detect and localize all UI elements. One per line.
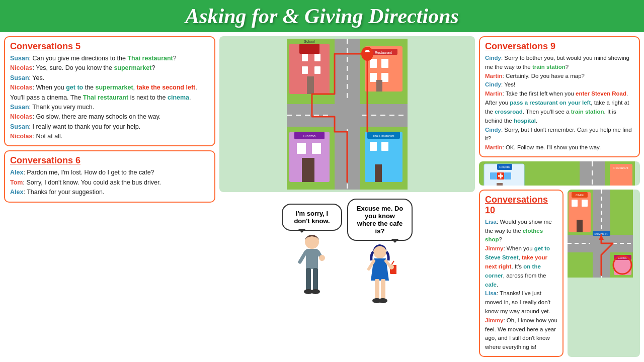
map-svg-right-top: Steven St. Hospital Restaurant Train Sta… (479, 161, 635, 186)
svg-text:School: School (304, 40, 315, 43)
svg-rect-11 (302, 66, 308, 74)
h-clothes-shop: clothes shop (485, 228, 543, 243)
svg-rect-13 (307, 76, 314, 94)
speaker-martin: Martin (485, 73, 503, 79)
conversations-10-box: Conversations 10 Lisa: Would you show me… (479, 190, 564, 357)
conv9-title: Conversations 9 (485, 41, 634, 52)
svg-rect-27 (312, 143, 321, 154)
svg-point-55 (378, 298, 387, 303)
svg-rect-21 (381, 73, 388, 82)
speaker-martin2: Martin (485, 90, 503, 97)
right-column: Conversations 9 Cindy: Sorry to bother y… (479, 36, 640, 357)
svg-text:Cinema: Cinema (303, 134, 315, 138)
svg-rect-99 (577, 220, 583, 232)
conv5-text: Susan: Can you give me directions to the… (10, 54, 209, 141)
speaker-nicolas2: Nicolas (10, 84, 32, 91)
speaker-alex: Alex (10, 169, 23, 176)
svg-rect-70 (504, 172, 511, 179)
svg-rect-29 (365, 132, 403, 182)
svg-line-40 (300, 252, 306, 262)
svg-rect-26 (297, 143, 306, 154)
speaker-jimmy2: Jimmy (485, 317, 503, 323)
highlight-get-to: get to (66, 84, 83, 91)
svg-rect-34 (375, 164, 382, 182)
left-column: Conversations 5 Susan: Can you give me d… (4, 36, 215, 357)
map-right-bottom: Steven St. CAFE Clothes (568, 190, 640, 357)
svg-rect-42 (306, 268, 311, 291)
speech-bubble-sorry: I'm sorry, I don't know. (282, 204, 342, 231)
svg-text:Thai Restaurant: Thai Restaurant (373, 134, 394, 137)
speaker-nicolas4: Nicolas (10, 133, 32, 140)
conversations-5-box: Conversations 5 Susan: Can you give me d… (4, 36, 215, 146)
svg-point-56 (389, 264, 394, 269)
speaker-jimmy: Jimmy (485, 245, 503, 251)
svg-text:Restaurant: Restaurant (613, 166, 628, 169)
speaker-martin3: Martin (485, 144, 503, 150)
svg-rect-9 (302, 54, 308, 61)
highlight-cinema: cinema (168, 94, 189, 101)
svg-text:Restaurant: Restaurant (375, 51, 392, 54)
svg-point-45 (311, 289, 320, 294)
conv10-row: Conversations 10 Lisa: Would you show me… (479, 190, 640, 357)
speaker-susan2: Susan (10, 74, 29, 81)
speaker-lisa2: Lisa (485, 290, 497, 296)
svg-text:Hospital: Hospital (499, 165, 510, 168)
svg-rect-69 (490, 172, 497, 179)
highlight-second-left: take the second left (137, 84, 196, 91)
svg-rect-39 (306, 249, 318, 269)
speech-bubble-excuse: Excuse me. Do you know where the cafe is… (347, 199, 413, 241)
speaker-susan: Susan (10, 55, 29, 62)
svg-rect-33 (381, 142, 388, 151)
speaker-susan4: Susan (10, 123, 29, 130)
conv9-text: Cindy: Sorry to bother you, but would yo… (485, 54, 634, 152)
svg-rect-8 (299, 44, 319, 54)
map-svg-top: School Restaurant Cinema (287, 39, 408, 190)
conv10-title: Conversations 10 (485, 195, 557, 216)
male-character (296, 233, 329, 298)
conv6-title: Conversations 6 (10, 155, 209, 166)
svg-rect-22 (376, 80, 382, 92)
svg-rect-74 (497, 183, 503, 186)
speaker-nicolas: Nicolas (10, 64, 32, 71)
svg-rect-20 (370, 73, 377, 82)
h-crossroad: crossroad (495, 109, 523, 115)
speaker-susan3: Susan (10, 104, 29, 111)
conv5-title: Conversations 5 (10, 41, 209, 52)
h-cafe: cafe (485, 282, 497, 288)
svg-rect-97 (572, 200, 578, 207)
speaker-tom: Tom (10, 179, 23, 186)
speaker-cindy3: Cindy (485, 127, 501, 133)
svg-rect-10 (314, 54, 320, 61)
svg-rect-12 (314, 66, 320, 74)
conversations-9-box: Conversations 9 Cindy: Sorry to bother y… (479, 36, 640, 157)
conversations-6-box: Conversations 6 Alex: Pardon me, I'm los… (4, 150, 215, 202)
svg-point-46 (319, 255, 325, 261)
svg-rect-52 (375, 279, 379, 299)
svg-line-51 (391, 261, 394, 265)
highlight-supermarket: supermarket (114, 64, 151, 71)
svg-rect-53 (381, 279, 385, 299)
svg-rect-43 (313, 268, 318, 291)
speech-bubble-area: I'm sorry, I don't know. (219, 196, 475, 317)
svg-rect-98 (582, 200, 588, 207)
map-right-top: Steven St. Hospital Restaurant Train Sta… (479, 161, 640, 186)
highlight-thai-restaurant: Thai restaurant (127, 55, 173, 62)
header: Asking for & Giving Directions (0, 0, 644, 32)
highlight-supermarket2: supermarket (96, 84, 133, 91)
speaker-nicolas3: Nicolas (10, 113, 32, 120)
svg-rect-19 (381, 59, 388, 68)
middle-column: School Restaurant Cinema (219, 36, 475, 357)
svg-rect-28 (302, 158, 314, 182)
h-train-station: train station (532, 64, 566, 70)
h-hospital: hospital (514, 118, 536, 124)
speaker-lisa: Lisa (485, 219, 497, 225)
h-train2: train station (571, 109, 604, 115)
highlight-thai2: Thai restaurant (83, 94, 128, 101)
map-svg-right-bottom: Steven St. CAFE Clothes (568, 190, 633, 278)
map-top: School Restaurant Cinema (219, 36, 475, 192)
svg-rect-18 (370, 59, 377, 68)
conv10-text: Lisa: Would you show me the way to the c… (485, 218, 557, 352)
speaker-alex2: Alex (10, 189, 23, 196)
svg-text:CAFE: CAFE (576, 194, 584, 197)
female-character (364, 243, 396, 308)
